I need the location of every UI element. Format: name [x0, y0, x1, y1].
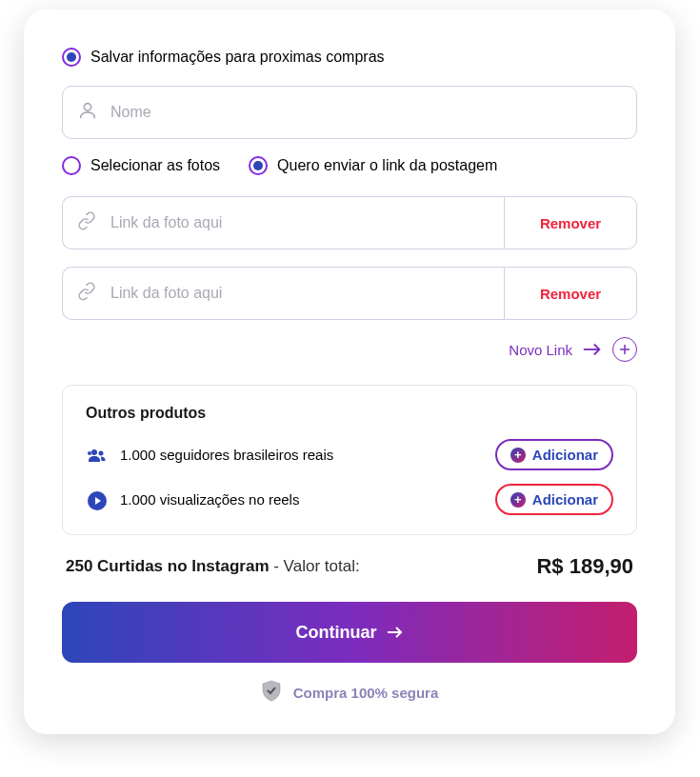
name-input[interactable]: [62, 86, 637, 139]
continue-button[interactable]: Continuar: [62, 602, 637, 663]
new-link-label: Novo Link: [509, 342, 572, 358]
play-icon: [86, 489, 107, 510]
save-info-radio-row[interactable]: Salvar informações para proximas compras: [62, 48, 637, 67]
send-link-label: Quero enviar o link da postagem: [277, 157, 497, 174]
radio-icon-selected: [249, 156, 268, 175]
product-text: 1.000 seguidores brasileiros reais: [120, 447, 333, 463]
link-input-2[interactable]: [62, 267, 504, 320]
link-input-row-2: Remover: [62, 267, 637, 320]
remove-link-button-1[interactable]: Remover: [504, 196, 637, 249]
svg-point-0: [84, 104, 90, 110]
other-products-box: Outros produtos 1.000 seguidores brasile…: [62, 385, 637, 535]
plus-icon: +: [510, 492, 526, 508]
photo-method-radios: Selecionar as fotos Quero enviar o link …: [62, 156, 637, 175]
product-row-followers: 1.000 seguidores brasileiros reais + Adi…: [86, 439, 613, 470]
link-input-1[interactable]: [62, 196, 504, 249]
user-icon: [77, 100, 98, 125]
other-products-title: Outros produtos: [86, 405, 613, 422]
svg-point-5: [99, 450, 104, 455]
total-label: 250 Curtidas no Instagram - Valor total:: [66, 557, 360, 576]
shield-check-icon: [261, 680, 282, 706]
product-row-views: 1.000 visualizações no reels + Adicionar: [86, 484, 613, 515]
arrow-right-icon: [387, 626, 404, 639]
total-row: 250 Curtidas no Instagram - Valor total:…: [62, 554, 637, 579]
plus-icon: +: [510, 448, 526, 463]
radio-icon-unselected: [62, 156, 81, 175]
name-input-group: [62, 86, 637, 139]
select-photos-radio[interactable]: Selecionar as fotos: [62, 156, 220, 175]
secure-purchase-label: Compra 100% segura: [293, 685, 439, 701]
secure-purchase-row: Compra 100% segura: [62, 680, 637, 706]
select-photos-label: Selecionar as fotos: [90, 157, 220, 174]
plus-circle-icon: [612, 337, 637, 362]
add-views-button[interactable]: + Adicionar: [495, 484, 613, 515]
radio-icon-selected: [62, 48, 81, 67]
arrow-right-icon: [582, 343, 603, 356]
total-price: R$ 189,90: [536, 554, 633, 579]
link-icon: [77, 211, 96, 234]
product-text: 1.000 visualizações no reels: [120, 491, 299, 508]
followers-icon: [86, 445, 107, 466]
send-link-radio[interactable]: Quero enviar o link da postagem: [249, 156, 497, 175]
remove-link-button-2[interactable]: Remover: [504, 267, 637, 320]
link-input-row-1: Remover: [62, 196, 637, 249]
svg-point-6: [88, 451, 91, 455]
new-link-button[interactable]: Novo Link: [62, 337, 637, 362]
svg-point-4: [91, 449, 97, 455]
add-followers-button[interactable]: + Adicionar: [495, 439, 613, 470]
checkout-card: Salvar informações para proximas compras…: [24, 10, 675, 734]
save-info-label: Salvar informações para proximas compras: [90, 49, 385, 66]
link-icon: [77, 282, 96, 305]
